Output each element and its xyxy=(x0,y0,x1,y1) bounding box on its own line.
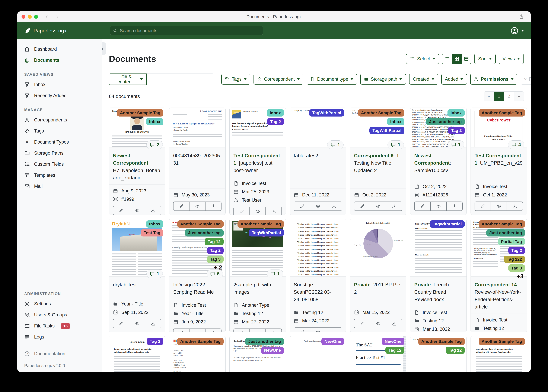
preview-button[interactable] xyxy=(129,319,145,328)
edit-button[interactable] xyxy=(294,202,310,211)
preview-button[interactable] xyxy=(250,329,266,332)
download-button[interactable] xyxy=(507,202,523,211)
document-card[interactable]: This is a test for the double space char… xyxy=(290,219,346,332)
zoom-window-button[interactable] xyxy=(34,15,38,19)
comments-badge[interactable]: 2 xyxy=(146,140,163,149)
preview-button[interactable] xyxy=(370,319,386,328)
document-thumbnail[interactable]: This is a test for the double space char… xyxy=(290,219,346,276)
document-card[interactable]: MEDICAL TEACHERMedical TeacherHas the ne… xyxy=(230,108,286,215)
document-title[interactable]: Private: 2011 BP Pie 2 xyxy=(350,277,406,299)
preview-button[interactable] xyxy=(189,329,205,332)
edit-button[interactable] xyxy=(233,329,250,332)
document-title[interactable]: Test Correspondent 1: [paperless] test p… xyxy=(230,147,286,177)
document-thumbnail[interactable]: DrylabNNETFLIXInboxTest Tag1 xyxy=(109,219,165,276)
document-correspondent[interactable]: Correspondent 14 xyxy=(475,282,517,287)
edit-button[interactable] xyxy=(233,207,250,215)
preview-button[interactable] xyxy=(129,206,145,215)
comments-badge[interactable]: 4 xyxy=(508,140,524,149)
tag-badge[interactable]: Tag 2 xyxy=(508,247,525,254)
document-thumbnail[interactable]: This is a multi page document. Page 1.Ne… xyxy=(290,336,346,372)
document-card[interactable]: CyberPowerPowerPanel® Business EditionUs… xyxy=(470,108,527,215)
preview-button[interactable] xyxy=(310,202,326,211)
tag-badge[interactable]: Another Sample Tag xyxy=(418,338,465,345)
tag-badge[interactable]: Just another tag xyxy=(185,229,224,237)
document-correspondent[interactable]: Test Correspondent 1 xyxy=(233,153,280,166)
document-card[interactable]: Test Name12-05-199January 2, 2022July 14… xyxy=(169,336,225,372)
document-thumbnail[interactable]: Country,Region/State,"TagWithPartial1 xyxy=(290,108,346,147)
download-button[interactable] xyxy=(145,319,161,328)
preview-button[interactable] xyxy=(310,328,326,332)
tag-badge[interactable]: Inbox xyxy=(146,220,163,228)
tag-badge[interactable]: TagWithPartial xyxy=(249,229,284,237)
document-card[interactable]: The SATPractice Test #1Make time to take… xyxy=(350,336,406,372)
download-button[interactable] xyxy=(205,329,222,332)
preview-button[interactable] xyxy=(250,207,266,215)
document-thumbnail[interactable]: AdobInDesign Scripting DocumentationAnot… xyxy=(169,219,225,276)
tag-badge[interactable]: Another Sample Tag xyxy=(358,109,404,117)
sidebar-item-inbox[interactable]: Inbox xyxy=(17,79,102,90)
edit-button[interactable] xyxy=(113,319,129,328)
title-content-dropdown[interactable]: Title & content xyxy=(109,73,147,85)
document-card[interactable]: one,1.0five,5.0Another Sample TagInboxTa… xyxy=(350,108,406,215)
tag-badge[interactable]: TagWithPartial xyxy=(430,220,465,228)
tag-badge[interactable]: Another Sample Tag xyxy=(117,109,163,117)
document-title[interactable]: tablerates2 xyxy=(290,147,346,162)
tag-badge[interactable]: Just another tag xyxy=(486,229,525,237)
view-grid-button[interactable] xyxy=(452,54,461,64)
document-thumbnail[interactable]: MEDICAL TEACHERMedical TeacherHas the ne… xyxy=(230,108,286,147)
tag-badge[interactable]: Another Sample Tag xyxy=(177,338,224,345)
sidebar-item-settings[interactable]: Settings xyxy=(17,298,102,309)
edit-button[interactable] xyxy=(294,328,310,332)
document-correspondent[interactable]: Test Correspondent 1 xyxy=(475,153,521,166)
document-card[interactable]: This is a multi page document. Page 1.Ne… xyxy=(290,336,346,372)
document-card[interactable]: Contact Sheet DemoGiven a set of image f… xyxy=(230,336,286,372)
edit-button[interactable] xyxy=(354,319,370,328)
view-list-button[interactable] xyxy=(442,54,452,64)
download-button[interactable] xyxy=(386,202,402,211)
tag-badge[interactable]: NewOne xyxy=(321,338,344,345)
document-thumbnail[interactable]: one,1.0five,5.0Another Sample TagInboxTa… xyxy=(350,108,406,147)
download-button[interactable] xyxy=(386,319,402,328)
document-card[interactable]: Francja pod rzNAPOLEON BONAPARTEDojście … xyxy=(109,108,165,215)
document-title[interactable]: drylab Test xyxy=(109,277,165,291)
document-title[interactable]: 2sample-pdf-with-images xyxy=(230,277,286,299)
download-button[interactable] xyxy=(145,206,161,215)
filter-correspondent[interactable]: Correspondent xyxy=(253,74,303,84)
document-title[interactable]: Newest Correspondent: H7_Napoleon_Bonapa… xyxy=(109,147,165,184)
tag-badge[interactable]: Tag 2 xyxy=(448,127,465,134)
filter-document-type[interactable]: Document type xyxy=(307,74,357,84)
comments-badge[interactable]: 1 xyxy=(267,269,283,278)
view-detail-button[interactable] xyxy=(461,54,471,64)
select-button[interactable]: Select xyxy=(406,54,439,64)
tag-badge[interactable]: Tag 12 xyxy=(385,347,404,354)
pagination-next-button[interactable]: » xyxy=(514,91,524,101)
edit-button[interactable] xyxy=(173,202,189,211)
document-thumbnail[interactable]: Test Name12-05-199January 2, 2022July 14… xyxy=(169,336,225,372)
tag-badge[interactable]: TagWithPartial xyxy=(309,109,344,117)
preview-button[interactable] xyxy=(189,202,205,211)
tag-badge[interactable]: Tag 222 xyxy=(504,256,525,263)
tag-badge[interactable]: Partial Tag xyxy=(498,238,525,245)
brand[interactable]: Paperless-ngx xyxy=(24,27,66,34)
document-card[interactable]: Serial Number,Company Name,Employe978818… xyxy=(410,108,467,215)
preview-button[interactable] xyxy=(370,202,386,211)
document-card[interactable]: Review of of Arbitral Awards Certainty o… xyxy=(470,219,527,332)
comments-badge[interactable]: 1 xyxy=(146,269,163,278)
sidebar-item-file-tasks[interactable]: File Tasks16 xyxy=(17,321,102,331)
sidebar-item-correspondents[interactable]: Correspondents xyxy=(17,114,102,126)
minimize-window-button[interactable] xyxy=(28,15,32,19)
document-correspondent[interactable]: Private xyxy=(414,282,431,287)
document-card[interactable]: Lorem ipsumLorem ipsum dolor sit amet, c… xyxy=(109,336,165,372)
tag-badge[interactable]: Test Tag xyxy=(141,229,163,237)
tag-badge[interactable]: Tag 3 xyxy=(508,264,525,272)
comments-badge[interactable]: 1 xyxy=(448,140,464,149)
document-thumbnail[interactable]: Review of of Arbitral Awards Certainty o… xyxy=(471,219,527,276)
tag-badge[interactable]: TagWithPartial xyxy=(369,127,404,134)
sidebar-collapse-button[interactable]: « xyxy=(102,42,106,55)
preview-button[interactable] xyxy=(431,202,447,211)
document-card[interactable]: ✳ BANK OF SCOTLAND2,0 % p. a. auf Ihr Ta… xyxy=(169,108,225,215)
document-correspondent[interactable]: Private xyxy=(354,282,370,287)
document-card[interactable]: This is a testAnother Sample TagTag 12 xyxy=(410,336,467,372)
document-card[interactable]: Lorem ipsumLorem ipsum dolor sit amet, c… xyxy=(470,336,527,372)
sidebar-item-templates[interactable]: Templates xyxy=(17,170,102,181)
